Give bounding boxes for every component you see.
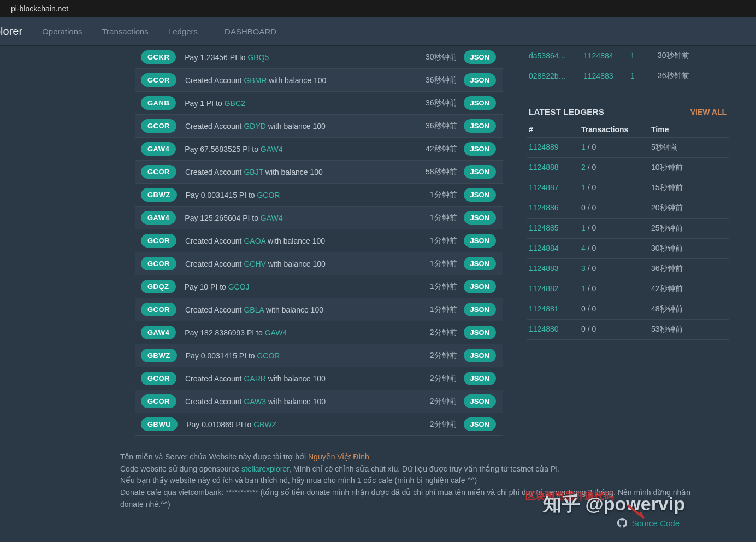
- ledger-num-link[interactable]: 1124882: [529, 284, 581, 294]
- nav-transactions[interactable]: Transactions: [92, 27, 158, 36]
- json-button[interactable]: JSON: [464, 211, 496, 225]
- target-account-link[interactable]: GBJT: [244, 168, 263, 176]
- json-button[interactable]: JSON: [464, 349, 496, 362]
- nav-operations[interactable]: Operations: [32, 27, 92, 36]
- ledger-num-link[interactable]: 1124884: [529, 244, 581, 254]
- tx-ops-link[interactable]: 1: [630, 51, 658, 60]
- ledger-num-link[interactable]: 1124889: [529, 143, 581, 152]
- target-account-link[interactable]: GARR: [244, 374, 265, 383]
- target-account-link[interactable]: GAW3: [244, 397, 266, 406]
- ledger-time: 53秒钟前: [651, 325, 727, 334]
- tx-hash-link[interactable]: 028822b…: [529, 72, 583, 80]
- target-account-link[interactable]: GAW4: [261, 214, 283, 222]
- tx-hash-link[interactable]: da53864…: [529, 51, 583, 60]
- account-badge[interactable]: GBWU: [141, 417, 178, 431]
- ledger-tx-link[interactable]: 1: [581, 183, 586, 192]
- operation-row: GCORCreated Account GBMR with balance 10…: [135, 69, 503, 92]
- target-account-link[interactable]: GDYD: [244, 122, 265, 131]
- json-button[interactable]: JSON: [464, 188, 496, 202]
- json-button[interactable]: JSON: [464, 142, 496, 156]
- json-button[interactable]: JSON: [464, 372, 496, 385]
- ledger-tx-count: 2 / 0: [581, 163, 651, 173]
- account-badge[interactable]: GAW4: [141, 211, 176, 225]
- target-account-link[interactable]: GBQ5: [247, 53, 269, 62]
- sponsor-link[interactable]: Nguyễn Việt Đình: [308, 452, 369, 461]
- account-badge[interactable]: GANB: [141, 96, 176, 110]
- target-account-link[interactable]: GCOR: [257, 191, 280, 199]
- target-account-link[interactable]: GCOR: [257, 351, 280, 360]
- ledger-num-link[interactable]: 1124885: [529, 223, 581, 233]
- target-account-link[interactable]: GBC2: [225, 99, 245, 108]
- account-badge[interactable]: GCOR: [141, 165, 176, 179]
- account-badge[interactable]: GCOR: [141, 73, 176, 87]
- ledger-table-header: # Transactions Time: [527, 122, 729, 138]
- json-button[interactable]: JSON: [464, 326, 496, 339]
- ledger-row: 11248871 / 015秒钟前: [527, 178, 729, 198]
- target-account-link[interactable]: GBLA: [244, 305, 264, 314]
- red-annotation: 区块浏览器开源代码: [525, 490, 614, 503]
- tx-ops-link[interactable]: 1: [630, 72, 658, 80]
- target-account-link[interactable]: GCHV: [244, 260, 265, 268]
- ledger-tx-count: 4 / 0: [581, 244, 651, 254]
- ledger-tx-link[interactable]: 4: [581, 244, 586, 252]
- view-all-link[interactable]: VIEW ALL: [690, 108, 727, 116]
- json-button[interactable]: JSON: [464, 394, 496, 408]
- account-badge[interactable]: GBWZ: [141, 349, 177, 362]
- operation-time: 30秒钟前: [415, 52, 464, 62]
- stellarexplorer-link[interactable]: stellarexplorer: [241, 464, 289, 473]
- target-account-link[interactable]: GAW4: [261, 145, 283, 154]
- account-badge[interactable]: GCOR: [141, 394, 176, 408]
- json-button[interactable]: JSON: [464, 234, 496, 248]
- operation-row: GAW4Pay 67.5683525 PI to GAW442秒钟前JSON: [135, 138, 503, 161]
- operation-time: 2分钟前: [415, 328, 464, 338]
- footer-line2a: Code website sử dụng opensource: [120, 464, 241, 473]
- target-account-link[interactable]: GCOJ: [228, 282, 250, 291]
- ledger-num-link[interactable]: 1124886: [529, 203, 581, 213]
- json-button[interactable]: JSON: [464, 119, 496, 133]
- account-badge[interactable]: GCOR: [141, 372, 176, 385]
- account-badge[interactable]: GAW4: [141, 142, 176, 156]
- ledger-tx-link[interactable]: 1: [581, 143, 586, 151]
- ledger-time: 15秒钟前: [651, 183, 727, 193]
- json-button[interactable]: JSON: [464, 257, 496, 270]
- ledger-tx-link[interactable]: 1: [581, 284, 586, 293]
- ledger-num-link[interactable]: 1124883: [529, 264, 581, 274]
- brand[interactable]: plorer: [0, 25, 32, 38]
- account-badge[interactable]: GCOR: [141, 234, 176, 248]
- nav-dashboard[interactable]: DASHBOARD: [215, 27, 286, 36]
- tx-ledger-link[interactable]: 1124883: [583, 72, 630, 80]
- ledger-tx-link[interactable]: 1: [581, 223, 586, 232]
- target-account-link[interactable]: GAW4: [265, 328, 287, 337]
- target-account-link[interactable]: GAOA: [244, 237, 265, 245]
- target-account-link[interactable]: GBWZ: [253, 420, 276, 429]
- json-button[interactable]: JSON: [464, 96, 496, 110]
- account-badge[interactable]: GAW4: [141, 326, 176, 339]
- ledger-num-link[interactable]: 1124887: [529, 183, 581, 193]
- json-button[interactable]: JSON: [464, 303, 496, 316]
- account-badge[interactable]: GBWZ: [141, 188, 177, 202]
- ledger-tx-count: 1 / 0: [581, 143, 651, 152]
- ledger-row: 11248882 / 010秒钟前: [527, 158, 729, 178]
- ledger-tx-count: 3 / 0: [581, 264, 651, 274]
- account-badge[interactable]: GCOR: [141, 257, 176, 270]
- json-button[interactable]: JSON: [464, 417, 496, 431]
- target-account-link[interactable]: GBMR: [244, 76, 267, 85]
- nav-ledgers[interactable]: Ledgers: [158, 27, 208, 36]
- ledger-num-link[interactable]: 1124888: [529, 163, 581, 173]
- ledger-num-link[interactable]: 1124881: [529, 304, 581, 314]
- json-button[interactable]: JSON: [464, 73, 496, 87]
- operation-description: Created Account GAW3 with balance 100: [185, 397, 415, 406]
- json-button[interactable]: JSON: [464, 50, 496, 64]
- account-badge[interactable]: GCKR: [141, 50, 176, 64]
- tx-ledger-link[interactable]: 1124884: [583, 51, 630, 60]
- json-button[interactable]: JSON: [464, 280, 496, 293]
- transaction-row: 028822b…1124883136秒钟前: [527, 66, 729, 86]
- account-badge[interactable]: GDQZ: [141, 280, 176, 293]
- operation-row: GCORCreated Account GDYD with balance 10…: [135, 115, 503, 138]
- ledger-tx-link[interactable]: 3: [581, 264, 586, 273]
- account-badge[interactable]: GCOR: [141, 119, 176, 133]
- account-badge[interactable]: GCOR: [141, 303, 176, 316]
- ledger-num-link[interactable]: 1124880: [529, 325, 581, 334]
- ledger-tx-link[interactable]: 2: [581, 163, 586, 172]
- json-button[interactable]: JSON: [464, 165, 496, 179]
